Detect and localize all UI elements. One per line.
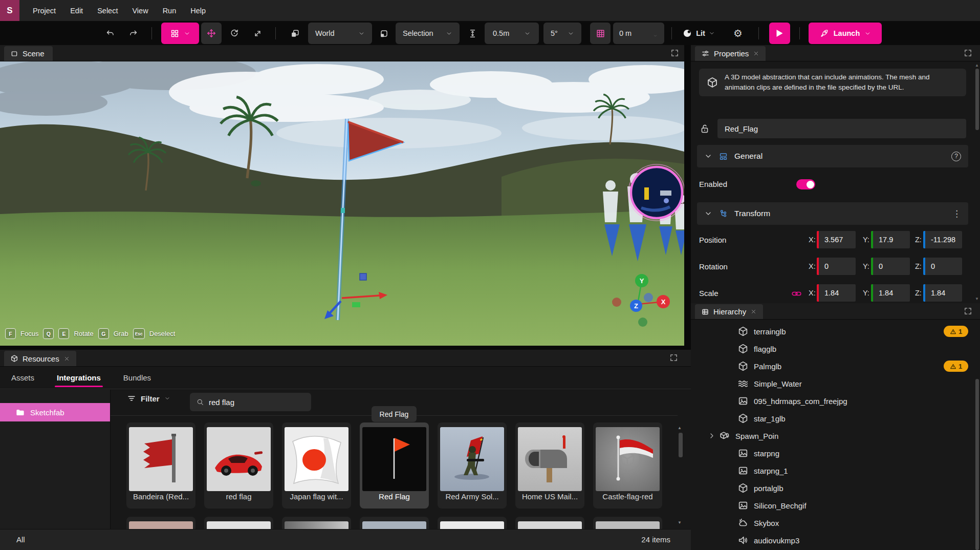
grid-snap-dropdown[interactable]: 0.5m [485, 23, 539, 44]
settings-gear-button[interactable]: ⚙ [729, 23, 747, 44]
hierarchy-item[interactable]: flagglb [691, 340, 971, 357]
undo-button[interactable] [101, 23, 119, 44]
expand-icon[interactable] [964, 307, 973, 316]
hierarchy-scrollbar[interactable] [975, 379, 979, 550]
scale-link-icon[interactable] [791, 288, 802, 299]
step-down-icon[interactable] [652, 34, 658, 38]
bounding-box-button[interactable] [375, 23, 393, 44]
expand-icon[interactable] [964, 49, 973, 58]
position-z-input[interactable]: -11.298 [923, 231, 962, 248]
asset-card[interactable]: red flag [204, 422, 273, 509]
expand-icon[interactable] [670, 49, 680, 58]
chevron-right-icon[interactable] [708, 432, 716, 440]
menu-project[interactable]: Project [26, 0, 63, 21]
hierarchy-item[interactable]: starpng_1 [691, 462, 971, 479]
step-height-icon[interactable] [463, 23, 482, 44]
rotation-label: Rotation [699, 262, 728, 271]
menu-help[interactable]: Help [183, 0, 213, 21]
grid-scrollbar[interactable] [679, 433, 683, 457]
subtab-bundles[interactable]: Bundles [112, 367, 162, 389]
asset-card-partial[interactable] [282, 517, 351, 529]
hierarchy-item[interactable]: starpng [691, 445, 971, 462]
asset-card[interactable]: Red Army Sol... [438, 422, 507, 509]
asset-card[interactable]: Castle-flag-red [593, 422, 662, 509]
kebab-menu-icon[interactable]: ⋮ [952, 208, 961, 219]
render-mode-dropdown[interactable]: Lit [677, 23, 721, 44]
pivot-mode-dropdown[interactable]: Selection [396, 23, 460, 44]
hierarchy-item[interactable]: Skybox [691, 514, 971, 532]
hierarchy-item[interactable]: Simple_Water [691, 375, 971, 392]
menu-view[interactable]: View [125, 0, 155, 21]
rotation-z-input[interactable]: 0 [923, 258, 962, 275]
rotate-tool-button[interactable] [225, 23, 244, 44]
step-up-icon[interactable] [652, 29, 658, 33]
sidebar-item-sketchfab[interactable]: Sketchfab [0, 403, 110, 421]
asset-card[interactable]: Bandeira (Red... [126, 422, 195, 509]
scroll-down-icon[interactable]: ▼ [975, 297, 979, 301]
hierarchy-item[interactable]: Palmglb 1 [691, 357, 971, 375]
asset-card-partial[interactable] [360, 517, 429, 529]
move-tool-button[interactable] [201, 23, 222, 44]
asset-card[interactable]: Japan flag wit... [282, 422, 351, 509]
asset-card-partial[interactable] [515, 517, 584, 529]
scale-tool-button[interactable] [248, 23, 267, 44]
menu-edit[interactable]: Edit [63, 0, 90, 21]
asset-card[interactable]: Home US Mail... [515, 422, 584, 509]
position-x-input[interactable]: 3.567 [817, 231, 856, 248]
close-icon[interactable] [63, 355, 70, 362]
hierarchy-item[interactable]: 095_hdrmaps_com_freejpg [691, 392, 971, 410]
scroll-up-icon[interactable]: ▲ [975, 63, 979, 68]
elevation-stepper[interactable]: 0 m [613, 23, 664, 44]
hierarchy-item[interactable]: Silicon_Bechgif [691, 497, 971, 514]
lock-open-icon[interactable] [699, 123, 710, 134]
hierarchy-item[interactable]: portalglb [691, 479, 971, 497]
help-icon[interactable]: ? [951, 152, 961, 161]
section-transform-header[interactable]: Transform ⋮ [697, 202, 968, 225]
hierarchy-item[interactable]: Spawn_Poin [691, 427, 971, 445]
duplicate-button[interactable] [286, 23, 304, 44]
add-object-button[interactable] [161, 23, 199, 44]
enabled-toggle[interactable] [796, 179, 815, 189]
scale-x-input[interactable]: 1.84 [817, 284, 856, 302]
search-box[interactable] [190, 393, 311, 411]
viewport-3d[interactable]: Y X Z F Focus Q E Rotate G Grab Esc Dese… [0, 61, 684, 346]
position-y-input[interactable]: 17.9 [871, 231, 910, 248]
subtab-integrations[interactable]: Integrations [46, 367, 112, 389]
close-icon[interactable] [750, 308, 757, 315]
asset-card-partial[interactable] [126, 517, 195, 529]
scale-y-input[interactable]: 1.84 [871, 284, 910, 302]
angle-snap-dropdown[interactable]: 5° [543, 23, 581, 44]
menu-select[interactable]: Select [90, 0, 125, 21]
space-mode-dropdown[interactable]: World [308, 23, 372, 44]
grid-toggle-button[interactable] [590, 23, 611, 44]
hierarchy-item[interactable]: star_1glb [691, 410, 971, 427]
play-button[interactable] [769, 23, 790, 44]
rotation-x-input[interactable]: 0 [817, 258, 856, 275]
asset-card-selected[interactable]: Red Flag [360, 422, 429, 509]
asset-card-partial[interactable] [593, 517, 662, 529]
asset-card-partial[interactable] [438, 517, 507, 529]
tab-resources[interactable]: Resources [4, 351, 76, 366]
tab-properties[interactable]: Properties [695, 46, 766, 61]
subtab-assets[interactable]: Assets [0, 367, 46, 389]
search-input[interactable] [209, 398, 296, 407]
redo-button[interactable] [124, 23, 142, 44]
filter-button[interactable]: Filter [127, 394, 170, 403]
expand-icon[interactable] [669, 353, 679, 363]
tab-scene[interactable]: Scene [4, 46, 53, 61]
scale-z-input[interactable]: 1.84 [923, 284, 962, 302]
close-icon[interactable] [753, 50, 759, 57]
hierarchy-item[interactable]: terrainglb 1 [691, 323, 971, 340]
properties-scrollbar[interactable] [975, 69, 979, 130]
tab-hierarchy[interactable]: Hierarchy [695, 304, 763, 319]
section-general-header[interactable]: General ? [697, 145, 968, 167]
app-logo[interactable]: S [0, 0, 19, 21]
menu-run[interactable]: Run [156, 0, 184, 21]
rotation-y-input[interactable]: 0 [871, 258, 910, 275]
asset-card-partial[interactable] [204, 517, 273, 529]
hierarchy-item[interactable]: audiovukmp3 [691, 532, 971, 549]
scroll-up-icon[interactable]: ▲ [678, 426, 682, 430]
scroll-down-icon[interactable]: ▼ [678, 520, 682, 525]
entity-name-field[interactable]: Red_Flag [717, 119, 966, 138]
launch-button[interactable]: Launch [809, 23, 882, 44]
